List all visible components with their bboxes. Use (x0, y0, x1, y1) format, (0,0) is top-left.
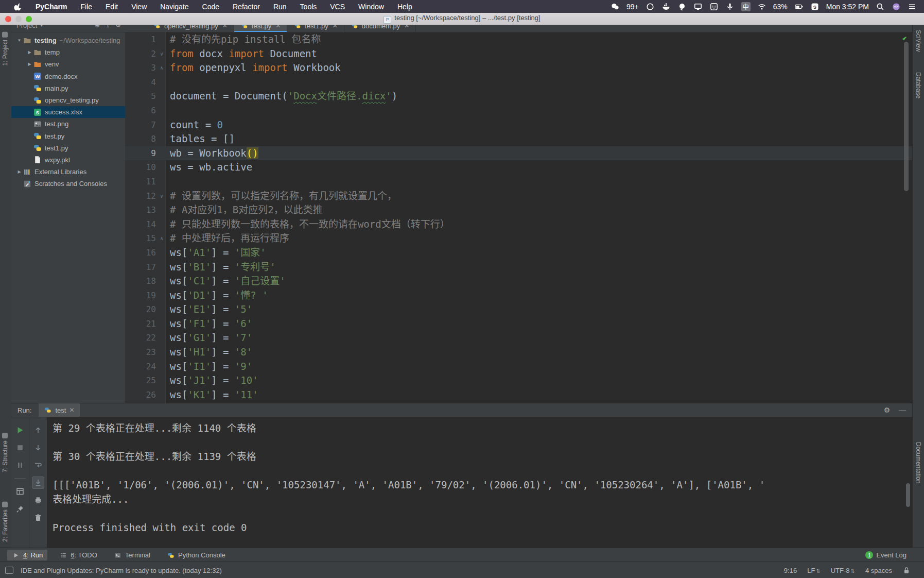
tree-item-test.png[interactable]: test.png (11, 118, 125, 130)
microphone-icon[interactable] (725, 2, 735, 11)
code-line-21[interactable]: 21ws['F1'] = '6' (125, 317, 912, 331)
menu-edit[interactable]: Edit (99, 0, 125, 13)
inspections-ok-icon[interactable]: ✔✔ (902, 35, 903, 42)
menu-clock[interactable]: Mon 3:52 PM (826, 3, 869, 11)
event-log-button[interactable]: 1 Event Log (865, 551, 906, 559)
restore-layout-button[interactable] (14, 486, 26, 497)
code-line-24[interactable]: 24ws['I1'] = '9' (125, 360, 912, 374)
s-app-icon[interactable]: S (810, 2, 820, 11)
code-line-7[interactable]: 7count = 0 (125, 118, 912, 132)
code-line-13[interactable]: 13# A对应列1，B对应列2，以此类推 (125, 203, 912, 217)
code-line-3[interactable]: 3∧from openpyxl import Workbook (125, 61, 912, 75)
fold-marker-icon[interactable]: ∧ (158, 231, 166, 246)
code-line-25[interactable]: 25ws['J1'] = '10' (125, 373, 912, 388)
code-line-11[interactable]: 11 (125, 175, 912, 189)
code-line-26[interactable]: 26ws['K1'] = '11' (125, 388, 912, 402)
tree-item-temp[interactable]: ▶temp (11, 46, 125, 58)
next-occurrence-button[interactable] (32, 442, 44, 453)
close-icon[interactable]: ✕ (69, 406, 74, 414)
gear-icon[interactable]: ⚙ (881, 406, 893, 414)
code-line-16[interactable]: 16ws['A1'] = '国家' (125, 246, 912, 260)
tree-item-main.py[interactable]: main.py (11, 82, 125, 94)
editor-tab-test1.py[interactable]: test1.py✕ (287, 25, 344, 32)
tree-item-test.py[interactable]: test.py (11, 130, 125, 142)
tree-right-arrow-icon[interactable]: ▶ (26, 62, 33, 66)
indent-info[interactable]: 4 spaces (865, 567, 892, 574)
run-tab-test[interactable]: test ✕ (39, 403, 79, 417)
toggle-toolwindows-icon[interactable] (5, 567, 13, 574)
clear-all-button[interactable] (32, 512, 44, 523)
tree-item-External Libraries[interactable]: ▶External Libraries (11, 166, 125, 178)
code-line-14[interactable]: 14# 只能处理列数一致的表格，不一致的请在word文档（转下行） (125, 217, 912, 232)
gear-icon[interactable]: ⚙ (115, 25, 121, 29)
tool-button--todo[interactable]: 6: TODO (55, 550, 102, 560)
soft-wrap-button[interactable] (32, 460, 44, 471)
menu-file[interactable]: File (74, 0, 99, 13)
menu-refactor[interactable]: Refactor (226, 0, 267, 13)
code-line-2[interactable]: 2∨from docx import Document (125, 47, 912, 61)
tool-button-documentation[interactable]: Documentation (915, 442, 922, 484)
code-line-9[interactable]: 9wb = Workbook() (125, 146, 912, 161)
tree-item-testing[interactable]: ▼testing~/Workspace/testing (11, 35, 125, 46)
tree-item-opencv_testing.py[interactable]: opencv_testing.py (11, 94, 125, 106)
caret-position[interactable]: 9:16 (784, 567, 797, 574)
editor-tab-opencv_testing.py[interactable]: opencv_testing.py✕ (147, 25, 234, 32)
editor-scrollbar[interactable] (904, 42, 909, 191)
lock-icon[interactable] (902, 566, 911, 574)
close-icon[interactable]: ✕ (275, 25, 281, 29)
siri-icon[interactable] (892, 2, 901, 11)
prev-occurrence-button[interactable] (32, 424, 44, 436)
tree-down-arrow-icon[interactable]: ▼ (15, 38, 23, 43)
menu-help[interactable]: Help (391, 0, 419, 13)
code-line-4[interactable]: 4 (125, 75, 912, 90)
run-console-output[interactable]: 第 29 个表格正在处理...剩余 1140 个表格 第 30 个表格正在处理.… (47, 417, 912, 549)
tool-button-terminal[interactable]: Terminal (109, 550, 155, 560)
tree-item-Scratches and Consoles[interactable]: Scratches and Consoles (11, 178, 125, 190)
line-separator-selector[interactable]: LF⇅ (807, 567, 821, 574)
docker-icon[interactable] (661, 2, 671, 11)
apple-menu-icon[interactable] (7, 0, 29, 13)
evernote-icon[interactable] (677, 2, 687, 11)
fold-marker-icon[interactable]: ∧ (158, 61, 166, 75)
tool-button-project[interactable]: 1: Project (2, 30, 9, 66)
rerun-button[interactable] (14, 424, 26, 436)
editor-tab-test.py[interactable]: test.py✕ (234, 25, 287, 32)
battery-icon[interactable] (794, 2, 804, 11)
wechat-icon[interactable] (611, 2, 620, 11)
tree-item-demo.docx[interactable]: Wdemo.docx (11, 71, 125, 82)
emoji-menu-icon[interactable] (709, 2, 719, 11)
wifi-icon[interactable] (757, 2, 766, 11)
tree-item-success.xlsx[interactable]: Ssuccess.xlsx (11, 106, 125, 118)
scroll-to-end-button[interactable] (32, 477, 44, 488)
menu-pycharm[interactable]: PyCharm (29, 0, 74, 13)
creative-cloud-icon[interactable] (646, 2, 655, 11)
tree-item-test1.py[interactable]: test1.py (11, 142, 125, 154)
tool-button-favorites[interactable]: 2: Favorites (2, 500, 9, 542)
code-line-1[interactable]: 1# 没有的先pip install 包名称 (125, 32, 912, 47)
code-line-10[interactable]: 10ws = wb.active (125, 160, 912, 175)
print-console-button[interactable] (32, 495, 44, 506)
display-icon[interactable] (693, 2, 703, 11)
tool-button-database[interactable]: Database (915, 72, 922, 98)
fold-marker-icon[interactable]: ∨ (158, 189, 166, 203)
tree-item-wxpy.pkl[interactable]: wxpy.pkl (11, 154, 125, 166)
tree-item-venv[interactable]: ▶venv (11, 58, 125, 70)
menu-navigate[interactable]: Navigate (153, 0, 195, 13)
pin-tab-button[interactable] (14, 503, 26, 515)
code-line-18[interactable]: 18ws['C1'] = '自己设置' (125, 274, 912, 288)
menu-view[interactable]: View (125, 0, 153, 13)
code-line-12[interactable]: 12∨# 设置列数，可以指定列名称，有几列就设置几个， (125, 189, 912, 203)
project-header-label[interactable]: Project (16, 25, 37, 29)
status-message[interactable]: IDE and Plugin Updates: PyCharm is ready… (21, 567, 222, 574)
menu-code[interactable]: Code (196, 0, 226, 13)
collapse-all-icon[interactable]: ↥ (105, 25, 110, 29)
code-line-20[interactable]: 20ws['E1'] = '5' (125, 302, 912, 317)
menu-vcs[interactable]: VCS (323, 0, 352, 13)
notification-center-icon[interactable] (908, 2, 917, 11)
console-scrollbar[interactable] (906, 483, 910, 507)
close-icon[interactable]: ✕ (404, 25, 409, 29)
code-line-6[interactable]: 6 (125, 104, 912, 118)
editor-tab-document.py[interactable]: document.py✕ (344, 25, 416, 32)
code-line-19[interactable]: 19ws['D1'] = '懂? ' (125, 288, 912, 303)
locate-icon[interactable]: ⊕ (95, 25, 100, 29)
